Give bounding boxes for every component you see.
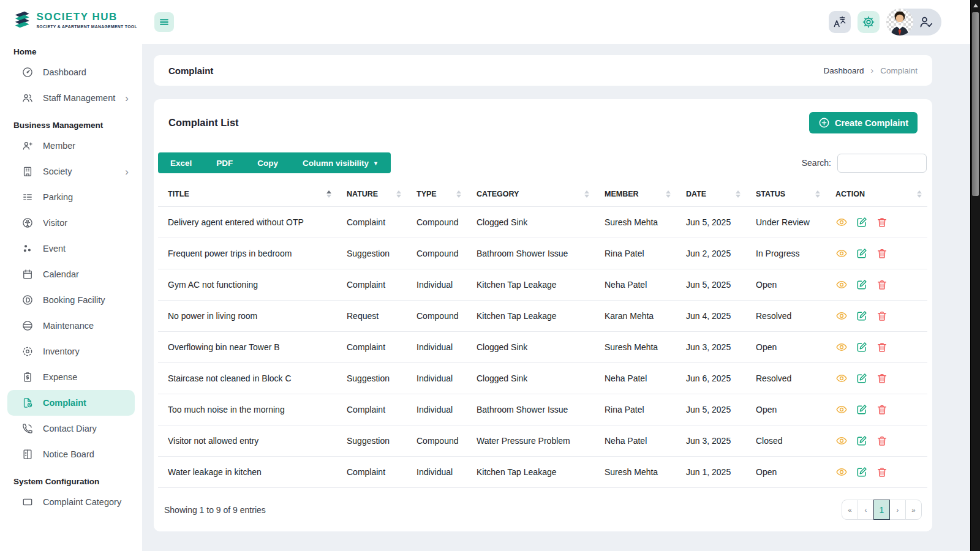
sidebar-item-booking-facility[interactable]: Booking Facility: [7, 287, 135, 313]
sort-icon[interactable]: [326, 190, 331, 198]
sidebar-item-maintenance[interactable]: Maintenance: [7, 313, 135, 339]
column-header-member[interactable]: MEMBER: [595, 182, 676, 207]
breadcrumb-dashboard-link[interactable]: Dashboard: [824, 66, 864, 75]
next-page-button[interactable]: ›: [889, 500, 906, 520]
sidebar-item-inventory[interactable]: Inventory: [7, 339, 135, 364]
sort-icon[interactable]: [917, 190, 922, 198]
edit-button[interactable]: [856, 216, 868, 228]
view-button[interactable]: [835, 435, 848, 447]
copy-button[interactable]: Copy: [245, 152, 290, 173]
trash-icon: [876, 435, 888, 447]
sidebar: SOCIETY HUB SOCIETY & APARTMENT MANAGEME…: [0, 0, 142, 551]
pdf-button[interactable]: PDF: [204, 152, 245, 173]
delete-button[interactable]: [876, 403, 888, 416]
column-header-type[interactable]: TYPE: [407, 182, 467, 207]
sidebar-item-contact-diary[interactable]: Contact Diary: [7, 416, 135, 441]
cell-type: Individual: [407, 332, 467, 363]
settings-button[interactable]: [858, 11, 880, 33]
edit-button[interactable]: [856, 341, 868, 353]
delete-button[interactable]: [876, 466, 888, 478]
delete-button[interactable]: [876, 372, 888, 384]
cell-title: Frequent power trips in bedroom: [158, 238, 337, 269]
sort-icon[interactable]: [584, 190, 589, 198]
edit-button[interactable]: [856, 435, 868, 447]
sort-icon[interactable]: [815, 190, 820, 198]
search-input[interactable]: [837, 154, 927, 173]
person-check-icon: [919, 15, 933, 29]
sidebar-item-society[interactable]: Society›: [7, 159, 135, 184]
browser-scrollbar[interactable]: [970, 0, 980, 551]
edit-icon: [856, 372, 868, 384]
view-button[interactable]: [835, 247, 848, 260]
edit-button[interactable]: [856, 247, 868, 260]
table-row: Too much noise in the morning Complaint …: [158, 394, 927, 425]
edit-icon: [856, 310, 868, 322]
translate-button[interactable]: [829, 11, 851, 33]
sidebar-item-label: Visitor: [43, 218, 67, 228]
column-header-category[interactable]: CATEGORY: [467, 182, 595, 207]
view-button[interactable]: [835, 341, 848, 353]
delete-button[interactable]: [876, 247, 888, 260]
column-header-action[interactable]: ACTION: [826, 182, 927, 207]
sidebar-item-label: Member: [43, 141, 75, 151]
chevron-right-icon: ›: [125, 93, 129, 103]
sidebar-item-dashboard[interactable]: Dashboard: [7, 59, 135, 85]
sort-icon[interactable]: [736, 190, 741, 198]
create-complaint-button[interactable]: Create Complaint: [809, 112, 918, 133]
edit-button[interactable]: [856, 310, 868, 322]
scrollbar-thumb[interactable]: [972, 12, 979, 196]
edit-button[interactable]: [856, 372, 868, 384]
column-header-status[interactable]: STATUS: [746, 182, 826, 207]
sort-icon[interactable]: [666, 190, 671, 198]
sidebar-item-notice-board[interactable]: Notice Board: [7, 441, 135, 467]
trash-icon: [876, 466, 888, 478]
sidebar-item-complaint-category[interactable]: Complaint Category: [7, 489, 135, 515]
user-menu[interactable]: [886, 9, 941, 36]
column-header-date[interactable]: DATE: [676, 182, 746, 207]
sidebar-item-staff-management[interactable]: Staff Management›: [7, 85, 135, 111]
brand-logo[interactable]: SOCIETY HUB SOCIETY & APARTMENT MANAGEME…: [0, 0, 142, 37]
sidebar-item-visitor[interactable]: Visitor: [7, 210, 135, 236]
edit-button[interactable]: [856, 279, 868, 291]
member-icon: [21, 139, 34, 152]
sidebar-section-label: System Configuration: [0, 467, 142, 489]
last-page-button[interactable]: »: [905, 500, 922, 520]
page-number-button[interactable]: 1: [873, 500, 890, 520]
search-label: Search:: [802, 158, 831, 168]
cell-status: Closed: [746, 425, 826, 457]
sidebar-item-event[interactable]: Event: [7, 236, 135, 261]
column-visibility-button[interactable]: Column visibility ▼: [290, 152, 391, 173]
sidebar-toggle-button[interactable]: [154, 12, 174, 32]
sidebar-item-expense[interactable]: Expense: [7, 364, 135, 390]
edit-button[interactable]: [856, 466, 868, 478]
edit-button[interactable]: [856, 403, 868, 416]
delete-button[interactable]: [876, 216, 888, 228]
delete-button[interactable]: [876, 435, 888, 447]
sort-icon[interactable]: [456, 190, 461, 198]
cell-type: Compound: [407, 301, 467, 332]
scrollbar-up-arrow[interactable]: [973, 4, 978, 7]
column-header-title[interactable]: TITLE: [158, 182, 337, 207]
delete-button[interactable]: [876, 341, 888, 353]
sidebar-item-label: Event: [43, 244, 66, 253]
prev-page-button[interactable]: ‹: [858, 500, 874, 520]
sidebar-item-calendar[interactable]: Calendar: [7, 261, 135, 287]
sidebar-item-parking[interactable]: Parking: [7, 184, 135, 210]
first-page-button[interactable]: «: [842, 500, 858, 520]
delete-button[interactable]: [876, 279, 888, 291]
view-button[interactable]: [835, 403, 848, 416]
excel-button[interactable]: Excel: [158, 152, 204, 173]
view-button[interactable]: [835, 372, 848, 384]
sidebar-item-complaint[interactable]: Complaint: [7, 390, 135, 416]
view-button[interactable]: [835, 310, 848, 322]
cell-category: Water Pressure Problem: [467, 425, 595, 457]
view-button[interactable]: [835, 279, 848, 291]
sidebar-item-member[interactable]: Member: [7, 133, 135, 159]
view-button[interactable]: [835, 466, 848, 478]
view-button[interactable]: [835, 216, 848, 228]
column-header-nature[interactable]: NATURE: [337, 182, 407, 207]
avatar: [886, 9, 913, 36]
delete-button[interactable]: [876, 310, 888, 322]
sort-icon[interactable]: [396, 190, 401, 198]
cell-nature: Suggestion: [337, 238, 407, 269]
